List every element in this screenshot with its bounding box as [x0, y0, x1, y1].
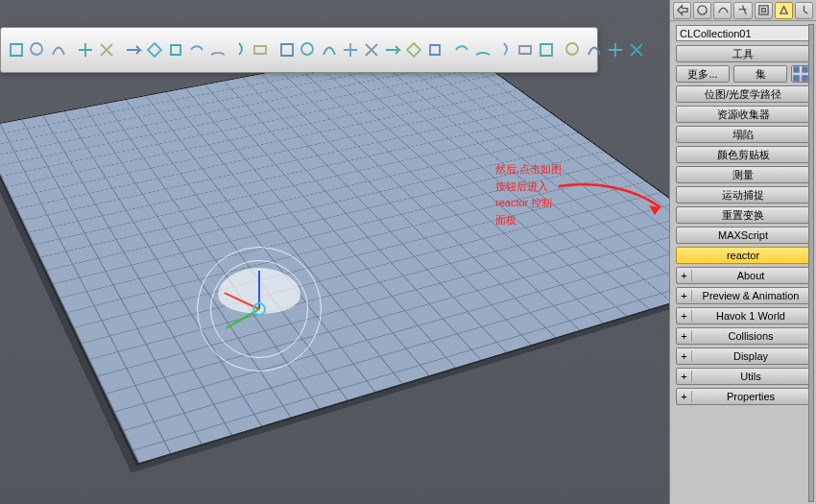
- annotation-line: 面板: [495, 212, 562, 229]
- expand-icon: +: [677, 391, 692, 402]
- more-button[interactable]: 更多...: [676, 65, 730, 83]
- snap-icon[interactable]: [97, 38, 116, 61]
- configure-sets-button[interactable]: [791, 65, 810, 83]
- settings-icon[interactable]: [494, 38, 514, 61]
- panel-tab-hammer-icon[interactable]: [775, 2, 793, 19]
- rollout-preview-animation[interactable]: +Preview & Animation: [676, 287, 810, 304]
- panel-tab-motion-icon[interactable]: [733, 2, 752, 19]
- rollout-collisions[interactable]: +Collisions: [676, 327, 810, 345]
- utility--[interactable]: 资源收集器: [676, 106, 810, 123]
- wave-icon[interactable]: [251, 38, 270, 61]
- rollout-label: Havok 1 World: [692, 310, 809, 322]
- expand-icon: +: [677, 330, 692, 342]
- rollout-display[interactable]: +Display: [676, 348, 810, 365]
- expand-icon: +: [677, 270, 692, 281]
- panel-tab-arc-icon[interactable]: [713, 2, 732, 19]
- constraint-icon[interactable]: [229, 38, 249, 61]
- figure-icon[interactable]: [320, 38, 339, 61]
- viewport-3d[interactable]: ✕ 然后,点击如图 按钮后进入 reactor 控制 面板: [0, 0, 669, 504]
- utility--[interactable]: 运动捕捉: [676, 186, 810, 204]
- annotation-text: 然后,点击如图 按钮后进入 reactor 控制 面板: [495, 161, 562, 228]
- panel-scrollbar[interactable]: [808, 24, 814, 502]
- water-icon[interactable]: [537, 38, 556, 61]
- camera-icon[interactable]: [585, 38, 604, 61]
- panel-tab-pin-icon[interactable]: [795, 2, 813, 19]
- gear-icon[interactable]: [166, 38, 185, 61]
- svg-rect-3: [802, 75, 807, 81]
- rollout-label: About: [692, 270, 809, 281]
- rollout-properties[interactable]: +Properties: [676, 388, 810, 405]
- atom-icon[interactable]: [187, 38, 206, 61]
- rollout-label: Preview & Animation: [692, 290, 809, 301]
- grab-icon[interactable]: [473, 38, 492, 61]
- utility-icon[interactable]: [425, 38, 444, 61]
- utility--[interactable]: 位图/光度学路径: [676, 85, 810, 103]
- render-icon[interactable]: [564, 38, 583, 61]
- rollout-label: Properties: [692, 391, 809, 402]
- material-icon[interactable]: [452, 38, 471, 61]
- record-icon[interactable]: [627, 38, 646, 61]
- tools-rollout-header[interactable]: 工具: [676, 45, 810, 62]
- preview-icon[interactable]: [606, 38, 625, 61]
- rollout-about[interactable]: +About: [676, 267, 810, 284]
- object-name-input[interactable]: [676, 25, 810, 41]
- svg-rect-2: [793, 75, 799, 81]
- panel-tabstrip: [670, 0, 816, 21]
- expand-icon: +: [677, 310, 692, 322]
- path-icon[interactable]: [208, 38, 228, 61]
- stack-icon[interactable]: [76, 38, 95, 61]
- set-button[interactable]: 集: [733, 65, 787, 83]
- magnify-icon[interactable]: [145, 38, 164, 61]
- svg-rect-0: [793, 66, 799, 72]
- layers-icon[interactable]: [49, 38, 68, 61]
- utility-reactor[interactable]: reactor: [676, 247, 810, 264]
- link-icon[interactable]: [28, 38, 47, 61]
- rollout-label: Display: [692, 350, 809, 362]
- expand-icon: +: [677, 290, 692, 301]
- annotation-arrow: [557, 179, 669, 230]
- grid-plane: [0, 37, 669, 466]
- rollout-label: 工具: [732, 47, 754, 61]
- panel-tab-sphere-icon[interactable]: [693, 2, 711, 19]
- expand-icon: +: [677, 371, 692, 382]
- svg-rect-1: [802, 66, 807, 72]
- reactor-toolbar: [0, 27, 598, 73]
- cloth-icon[interactable]: [404, 38, 423, 61]
- panel-tab-display-icon[interactable]: [755, 2, 773, 19]
- utility--[interactable]: 测量: [676, 166, 810, 183]
- object-name-field: [676, 25, 810, 41]
- spring-icon[interactable]: [299, 38, 318, 61]
- annotation-line: 按钮后进入: [495, 179, 562, 196]
- utility-maxscript[interactable]: MAXScript: [676, 227, 810, 244]
- box-icon[interactable]: [362, 38, 381, 61]
- circle-icon[interactable]: [277, 38, 297, 61]
- expand-icon: +: [677, 350, 692, 362]
- rollout-havok-1-world[interactable]: +Havok 1 World: [676, 307, 810, 324]
- wind-icon[interactable]: [516, 38, 535, 61]
- command-panel: 工具 更多... 集 位图/光度学路径资源收集器塌陷颜色剪贴板测量运动捕捉重置变…: [669, 0, 816, 504]
- rollout-label: Collisions: [692, 330, 809, 342]
- utility--[interactable]: 颜色剪贴板: [676, 146, 810, 163]
- plane-icon[interactable]: [341, 38, 360, 61]
- utility--[interactable]: 重置变换: [676, 206, 810, 224]
- spline-icon[interactable]: [124, 38, 143, 61]
- sets-row: 更多... 集: [676, 65, 810, 83]
- rollout-label: Utils: [692, 371, 809, 382]
- utility--[interactable]: 塌陷: [676, 126, 810, 143]
- grid-icon: [792, 65, 809, 83]
- rollout-utils[interactable]: +Utils: [676, 368, 810, 385]
- annotation-line: reactor 控制: [495, 195, 562, 212]
- helix-icon[interactable]: [383, 38, 402, 61]
- select-icon[interactable]: [7, 38, 26, 61]
- panel-tab-arrow-icon[interactable]: [673, 2, 691, 19]
- annotation-line: 然后,点击如图: [495, 161, 562, 179]
